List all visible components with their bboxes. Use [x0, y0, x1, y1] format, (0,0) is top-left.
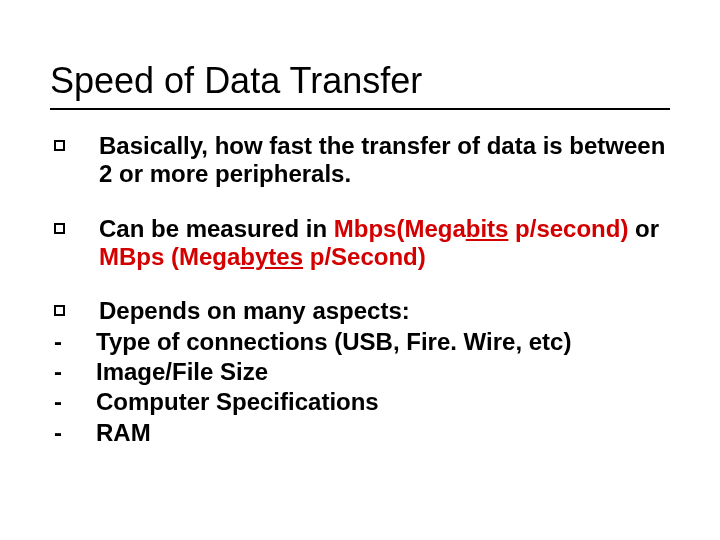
dash-bullet-icon: - — [54, 358, 62, 386]
text-plain: or — [628, 215, 659, 242]
bullet-list: Basically, how fast the transfer of data… — [50, 132, 670, 447]
sub-item-text: Image/File Size — [96, 358, 670, 386]
sub-item-text: RAM — [96, 419, 670, 447]
text-emphasis: p/Second) — [303, 243, 426, 270]
square-bullet-icon — [54, 223, 65, 234]
text-emphasis: Mbps(Mega — [334, 215, 466, 242]
title-underline — [50, 108, 670, 110]
dash-bullet-icon: - — [54, 328, 62, 356]
square-bullet-icon — [54, 140, 65, 151]
slide-title: Speed of Data Transfer — [50, 60, 670, 102]
bullet-text: Can be measured in Mbps(Megabits p/secon… — [99, 215, 670, 272]
sub-item: - Type of connections (USB, Fire. Wire, … — [50, 328, 670, 356]
bullet-text: Basically, how fast the transfer of data… — [99, 132, 670, 189]
bullet-text: Depends on many aspects: — [99, 297, 670, 325]
text-emphasis-underline: bits — [466, 215, 509, 242]
bullet-item: Basically, how fast the transfer of data… — [50, 132, 670, 189]
square-bullet-icon — [54, 305, 65, 316]
bullet-item: Can be measured in Mbps(Megabits p/secon… — [50, 215, 670, 272]
dash-bullet-icon: - — [54, 388, 62, 416]
text-emphasis: p/second) — [508, 215, 628, 242]
dash-bullet-icon: - — [54, 419, 62, 447]
sub-item-text: Type of connections (USB, Fire. Wire, et… — [96, 328, 670, 356]
text-emphasis: MBps (Mega — [99, 243, 240, 270]
sub-item: - Computer Specifications — [50, 388, 670, 416]
sub-item: - Image/File Size — [50, 358, 670, 386]
slide: Speed of Data Transfer Basically, how fa… — [0, 0, 720, 540]
text-emphasis-underline: bytes — [240, 243, 303, 270]
sub-item: - RAM — [50, 419, 670, 447]
bullet-item: Depends on many aspects: — [50, 297, 670, 325]
sub-item-text: Computer Specifications — [96, 388, 670, 416]
text-plain: Can be measured in — [99, 215, 334, 242]
